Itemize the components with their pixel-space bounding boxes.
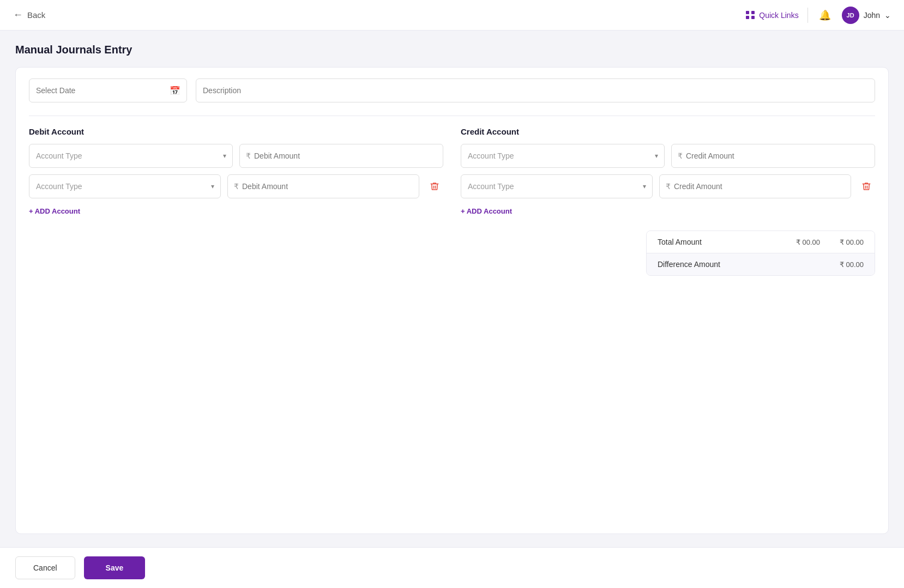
debit-amount-1-wrap: ₹: [239, 144, 443, 168]
debit-account-type-2-select[interactable]: Account Type: [29, 174, 221, 198]
credit-account-type-1-select[interactable]: Account Type: [461, 144, 665, 168]
accounts-grid: Debit Account Account Type ▾ ₹: [29, 127, 875, 276]
user-name: John: [864, 11, 880, 20]
date-field-wrap: 📅: [29, 78, 187, 102]
credit-delete-row-2-button[interactable]: [858, 178, 875, 195]
header: ← Back Quick Links 🔔 JD John ⌄: [0, 0, 904, 31]
debit-account-type-2-wrap: Account Type ▾: [29, 174, 221, 198]
section-divider: [29, 116, 875, 116]
total-amount-label: Total Amount: [658, 238, 776, 246]
debit-amount-2-input[interactable]: [227, 174, 419, 198]
page-title: Manual Journals Entry: [15, 44, 889, 56]
description-input[interactable]: [196, 78, 875, 102]
credit-account-type-1-wrap: Account Type ▾: [461, 144, 665, 168]
save-button[interactable]: Save: [84, 556, 146, 579]
back-label: Back: [27, 10, 45, 20]
difference-amount-label: Difference Amount: [658, 260, 820, 269]
select-date-input[interactable]: [29, 78, 187, 102]
total-credit-value: ₹ 00.00: [820, 238, 864, 246]
debit-amount-1-input[interactable]: [239, 144, 443, 168]
cancel-button[interactable]: Cancel: [15, 556, 75, 579]
debit-section-label: Debit Account: [29, 127, 443, 136]
total-debit-value: ₹ 00.00: [776, 238, 820, 246]
header-right: Quick Links 🔔 JD John ⌄: [746, 7, 891, 24]
credit-amount-1-input[interactable]: [671, 144, 875, 168]
debit-section: Debit Account Account Type ▾ ₹: [29, 127, 443, 276]
debit-account-type-1-wrap: Account Type ▾: [29, 144, 233, 168]
grid-icon: [746, 11, 755, 20]
debit-add-account-button[interactable]: + ADD Account: [29, 205, 80, 217]
credit-row-1: Account Type ▾ ₹: [461, 144, 875, 168]
credit-section: Credit Account Account Type ▾ ₹: [461, 127, 875, 276]
footer: Cancel Save: [0, 547, 904, 588]
debit-add-account-label: + ADD Account: [29, 207, 80, 215]
vertical-divider: [807, 8, 808, 23]
quick-links-label: Quick Links: [759, 11, 798, 20]
top-row: 📅: [29, 78, 875, 102]
credit-section-label: Credit Account: [461, 127, 875, 136]
debit-amount-2-wrap: ₹: [227, 174, 419, 198]
credit-amount-2-input[interactable]: [659, 174, 851, 198]
back-button[interactable]: ← Back: [13, 9, 45, 21]
back-arrow-icon: ←: [13, 9, 23, 21]
debit-row-2: Account Type ▾ ₹: [29, 174, 443, 198]
totals-section: Total Amount ₹ 00.00 ₹ 00.00 Difference …: [461, 231, 875, 276]
credit-amount-1-wrap: ₹: [671, 144, 875, 168]
notification-bell-button[interactable]: 🔔: [817, 7, 833, 23]
quick-links-button[interactable]: Quick Links: [746, 11, 798, 20]
user-menu-button[interactable]: JD John ⌄: [842, 7, 891, 24]
total-amount-row: Total Amount ₹ 00.00 ₹ 00.00: [647, 231, 875, 253]
debit-account-type-1-select[interactable]: Account Type: [29, 144, 233, 168]
avatar: JD: [842, 7, 859, 24]
credit-amount-2-wrap: ₹: [659, 174, 851, 198]
totals-table: Total Amount ₹ 00.00 ₹ 00.00 Difference …: [646, 231, 875, 276]
credit-account-type-2-wrap: Account Type ▾: [461, 174, 653, 198]
credit-add-account-label: + ADD Account: [461, 207, 512, 215]
chevron-down-icon: ⌄: [884, 11, 891, 20]
credit-row-2: Account Type ▾ ₹: [461, 174, 875, 198]
debit-delete-row-2-button[interactable]: [426, 178, 443, 195]
debit-row-1: Account Type ▾ ₹: [29, 144, 443, 168]
main-content: Manual Journals Entry 📅 Debit Account: [0, 31, 904, 547]
difference-amount-row: Difference Amount ₹ 00.00: [647, 253, 875, 275]
credit-add-account-button[interactable]: + ADD Account: [461, 205, 512, 217]
credit-account-type-2-select[interactable]: Account Type: [461, 174, 653, 198]
form-card: 📅 Debit Account Account Type ▾: [15, 67, 889, 534]
difference-amount-value: ₹ 00.00: [820, 260, 864, 269]
description-field-wrap: [196, 78, 875, 102]
